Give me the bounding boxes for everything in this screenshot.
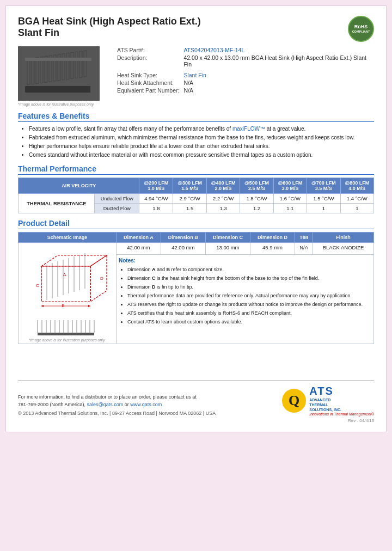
type-value: Slant Fin (181, 71, 374, 79)
maxiflow-link: maxiFLOW™ (232, 126, 265, 132)
spec-row-part: ATS Part#: ATS042042013-MF-14L (115, 46, 374, 54)
spec-row-equiv: Equivalent Part Number: N/A (115, 87, 374, 94)
spec-row-desc: Description: 42.00 x 42.00 x 13.00 mm BG… (115, 54, 374, 68)
thermal-table: AIR VELOCITY @200 LFM1.0 M/S @300 LFM1.5… (18, 177, 374, 213)
svg-text:B: B (62, 303, 64, 308)
val-tim: N/A (295, 243, 313, 255)
feature-item-4: Comes standard without interface materia… (29, 151, 374, 159)
footer-left: For more information, to find a distribu… (18, 393, 216, 417)
svg-rect-0 (25, 86, 90, 93)
note-7: Contact ATS to learn about custom option… (127, 319, 371, 326)
footer-website[interactable]: www.qats.com (130, 402, 162, 407)
svg-rect-14 (84, 50, 87, 77)
header-section: BGA Heat Sink (High Aspect Ratio Ext.) S… (18, 16, 374, 42)
title-line2: Slant Fin (18, 27, 201, 39)
ducted-300: 1.5 (173, 204, 206, 213)
schematic-inner: B C A D (21, 244, 114, 342)
ats-tagline: Innovations in Thermal Management® (309, 412, 374, 416)
feature-item-1: Features a low profile, slant fin array … (29, 125, 374, 133)
spec-row-type: Heat Sink Type: Slant Fin (115, 71, 374, 79)
part-label: ATS Part#: (115, 46, 181, 54)
ducted-800: 1 (340, 204, 373, 213)
ducted-600: 1.1 (273, 204, 307, 213)
col-500lfm: @500 LFM2.5 M/S (240, 178, 273, 194)
schematic-image-cell: B C A D (19, 243, 117, 344)
notes-list: Dimension A and B refer to component siz… (119, 266, 371, 326)
detail-header-row: Schematic Image Dimension A Dimension B … (19, 232, 374, 243)
footer-or: or (125, 402, 131, 407)
ducted-200: 1.8 (139, 204, 173, 213)
col-200lfm: @200 LFM1.0 M/S (139, 178, 173, 194)
ducted-400: 1.3 (206, 204, 240, 213)
svg-rect-11 (71, 52, 74, 79)
unducted-500: 1.8 °C/W (240, 194, 273, 204)
unducted-200: 4.94 °C/W (139, 194, 173, 204)
attachment-value: N/A (181, 79, 374, 87)
desc-value: 42.00 x 42.00 x 13.00 mm BGA Heat Sink (… (181, 54, 374, 68)
image-caption: *Image above is for illustrative purpose… (18, 102, 105, 106)
svg-rect-13 (79, 51, 82, 77)
info-section: *Image above is for illustrative purpose… (18, 46, 374, 106)
features-list: Features a low profile, slant fin array … (18, 125, 374, 159)
unducted-300: 2.9 °C/W (173, 194, 206, 204)
th-dima: Dimension A (117, 232, 161, 243)
thermal-resistance-label: THERMAL RESISTANCE (19, 194, 95, 213)
product-image-box (18, 46, 100, 101)
unducted-700: 1.5 °C/W (307, 194, 340, 204)
type-label: Heat Sink Type: (115, 71, 181, 79)
thermal-title: Thermal Performance (18, 164, 374, 175)
equiv-label: Equivalent Part Number: (115, 87, 181, 94)
page-container: BGA Heat Sink (High Aspect Ratio Ext.) S… (5, 5, 387, 432)
svg-rect-3 (36, 57, 39, 84)
footer-section: For more information, to find a distribu… (18, 385, 374, 416)
ducted-700: 1 (307, 204, 340, 213)
notes-cell: Notes: Dimension A and B refer to compon… (117, 254, 374, 344)
ats-q-letter: Q (289, 393, 299, 409)
rohs-compliant: COMPLIANT (352, 30, 370, 34)
svg-rect-16 (41, 266, 90, 302)
side-view-svg (32, 317, 103, 336)
rohs-badge: RoHS COMPLIANT (348, 16, 374, 42)
note-3: Dimension D is fin tip to fin tip. (127, 284, 371, 291)
svg-rect-49 (38, 333, 94, 335)
th-dimc: Dimension C (205, 232, 250, 243)
footer-email[interactable]: sales@qats.com (87, 402, 124, 407)
product-detail-title: Product Detail (18, 219, 374, 229)
unducted-400: 2.2 °C/W (206, 194, 240, 204)
svg-marker-33 (41, 305, 44, 307)
page-number: Rev - 04/4/13 (18, 418, 374, 423)
svg-rect-1 (27, 58, 30, 85)
th-dimd: Dimension D (250, 232, 295, 243)
ats-logo-circle: Q (282, 389, 306, 413)
features-title: Features & Benefits (18, 112, 374, 122)
unducted-label: Unducted Flow (95, 194, 139, 204)
schematic-caption: *Image above is for illustration purpose… (29, 338, 106, 342)
note-5: ATS reserves the right to update or chan… (127, 301, 371, 309)
spec-row-attachment: Heat Sink Attachment: N/A (115, 79, 374, 87)
spacer (18, 348, 374, 370)
thermal-table-wrap: AIR VELOCITY @200 LFM1.0 M/S @300 LFM1.5… (18, 177, 374, 213)
svg-marker-18 (90, 255, 107, 302)
feature-item-2: Fabricated from extruded aluminum, which… (29, 133, 374, 142)
svg-text:C: C (36, 283, 39, 288)
title-line1: BGA Heat Sink (High Aspect Ratio Ext.) (18, 16, 201, 27)
th-schematic: Schematic Image (19, 232, 117, 243)
product-specs: ATS Part#: ATS042042013-MF-14L Descripti… (115, 46, 374, 106)
unducted-600: 1.6 °C/W (273, 194, 307, 204)
schematic-svg: B C A D (25, 244, 109, 315)
product-image-section: *Image above is for illustrative purpose… (18, 46, 105, 106)
note-1: Dimension A and B refer to component siz… (127, 266, 371, 274)
col-800lfm: @800 LFM4.0 M/S (340, 178, 373, 194)
th-finish: Finish (313, 232, 374, 243)
unducted-800: 1.4 °C/W (340, 194, 373, 204)
note-2: Dimension C is the heat sink height from… (127, 275, 371, 283)
ats-logo: Q ATS ADVANCEDTHERMALSOLUTIONS, INC. Inn… (282, 385, 374, 416)
ats-name: ATS (309, 385, 374, 397)
footer-copyright: © 2013 Advanced Thermal Solutions, Inc. … (18, 411, 216, 416)
svg-text:D: D (100, 276, 103, 281)
col-700lfm: @700 LFM3.5 M/S (307, 178, 340, 194)
footer-contact-label: For more information, to find a distribu… (18, 394, 197, 400)
feature-item-3: Higher performance helps ensure reliable… (29, 142, 374, 150)
th-dimb: Dimension B (161, 232, 205, 243)
val-dima: 42.00 mm (117, 243, 161, 255)
